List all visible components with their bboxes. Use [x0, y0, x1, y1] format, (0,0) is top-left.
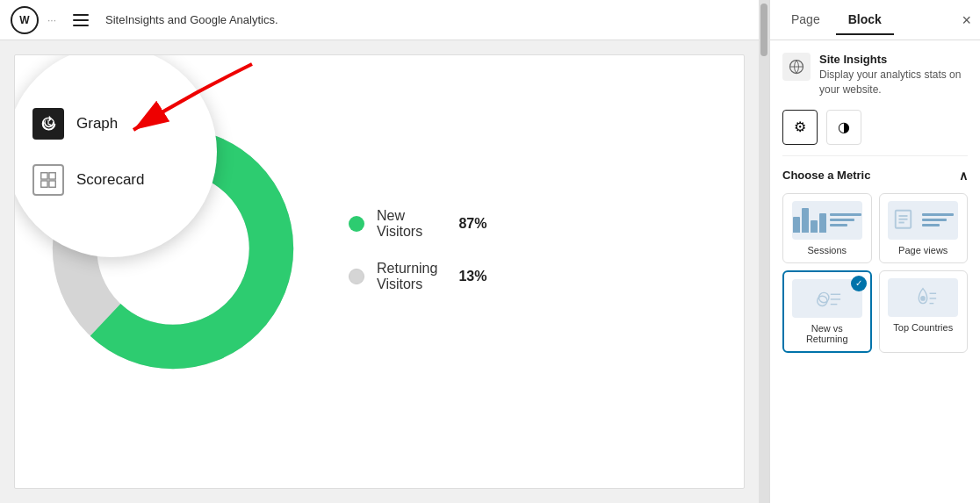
insights-icon — [788, 58, 805, 75]
sessions-chart-icon — [793, 208, 826, 233]
svg-rect-4 — [49, 173, 55, 179]
graph-icon-box — [32, 108, 64, 140]
settings-button[interactable]: ⚙ — [782, 110, 818, 145]
top-bar-text: SiteInsights and Google Analytics. — [105, 13, 278, 26]
scorecard-icon-box — [32, 164, 64, 196]
top-countries-label: Top Countries — [893, 322, 953, 333]
sessions-label: Sessions — [807, 245, 847, 255]
metric-grid: Sessions Page vie — [782, 193, 968, 353]
returning-visitors-label: Returning Visitors — [377, 261, 437, 292]
gear-icon: ⚙ — [794, 119, 806, 135]
selected-check: ✓ — [851, 276, 867, 291]
sessions-visual — [792, 201, 862, 240]
legend: New Visitors 87% Returning Visitors 13% — [349, 208, 486, 292]
si-title: Site Insights — [819, 53, 968, 66]
new-vs-returning-label: New vs Returning — [791, 323, 863, 344]
si-desc: Display your analytics stats on your web… — [819, 68, 968, 97]
legend-new-visitors: New Visitors 87% — [349, 208, 486, 240]
wp-icon-dots: ··· — [47, 14, 56, 26]
site-insights-text: Site Insights Display your analytics sta… — [819, 53, 968, 97]
top-bar: W ··· SiteInsights and Google Analytics. — [0, 0, 759, 40]
contrast-button[interactable]: ◑ — [826, 110, 861, 145]
new-visitors-label: New Visitors — [377, 208, 437, 240]
scorecard-label: Scorecard — [76, 171, 144, 189]
svg-rect-3 — [41, 173, 47, 179]
metric-card-top-countries[interactable]: Top Countries — [879, 270, 969, 353]
returning-visitors-dot — [349, 269, 364, 284]
scrollbar[interactable] — [759, 0, 769, 503]
legend-returning-visitors: Returning Visitors 13% — [349, 261, 486, 292]
grid-icon — [39, 170, 58, 190]
clock-icon — [40, 115, 57, 133]
new-visitors-value: 87% — [458, 216, 486, 232]
close-button[interactable]: × — [962, 12, 971, 28]
top-countries-icon — [908, 284, 938, 311]
svg-point-14 — [818, 292, 828, 302]
tab-block[interactable]: Block — [836, 5, 894, 35]
top-countries-visual — [888, 278, 958, 317]
metric-card-sessions[interactable]: Sessions — [782, 193, 872, 263]
menu-item-scorecard[interactable]: Scorecard — [14, 152, 217, 208]
panel-tabs: Page Block × — [770, 0, 980, 40]
svg-rect-5 — [41, 181, 47, 187]
wp-icon: W — [11, 6, 39, 34]
contrast-icon: ◑ — [838, 119, 850, 135]
site-insights-header: Site Insights Display your analytics sta… — [782, 53, 968, 97]
svg-point-18 — [920, 296, 926, 301]
page-views-visual — [888, 201, 958, 240]
metric-card-new-vs-returning[interactable]: ✓ New vs Returning — [782, 270, 872, 353]
metric-card-page-views[interactable]: Page views — [879, 193, 969, 263]
new-visitors-dot — [349, 216, 364, 232]
canvas: v vs New Visitors — [14, 54, 745, 489]
scrollbar-thumb — [760, 4, 767, 56]
site-insights-icon — [782, 53, 811, 81]
graph-label: Graph — [76, 115, 118, 133]
panel-body: Site Insights Display your analytics sta… — [770, 40, 980, 503]
right-panel: Page Block × Site Insights Display your … — [769, 0, 980, 503]
returning-visitors-value: 13% — [458, 269, 486, 284]
menu-item-graph[interactable]: Graph — [14, 96, 217, 152]
choose-metric-label: Choose a Metric — [782, 169, 870, 182]
choose-metric-section: Choose a Metric ∧ — [782, 169, 968, 183]
panel-icon-row: ⚙ ◑ — [782, 110, 968, 156]
page-views-icon — [892, 207, 919, 234]
collapse-icon[interactable]: ∧ — [959, 169, 968, 183]
hamburger-button[interactable] — [65, 4, 97, 36]
svg-rect-6 — [49, 181, 55, 187]
new-vs-returning-icon — [812, 285, 842, 312]
tab-page[interactable]: Page — [779, 5, 832, 35]
page-views-label: Page views — [898, 245, 948, 255]
